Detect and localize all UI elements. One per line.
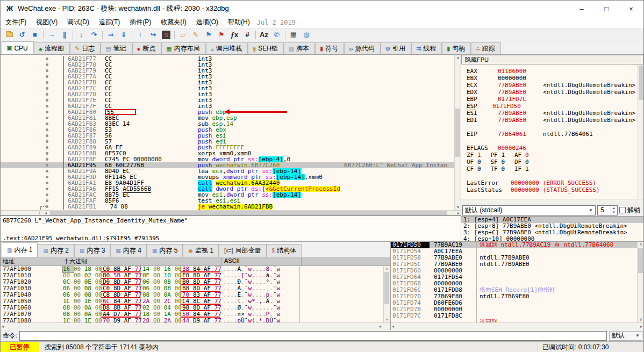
breakpoint-gutter[interactable] [1, 97, 64, 103]
tab-线程[interactable]: ⇉线程 [411, 42, 442, 54]
register-row[interactable]: OF 0SF 0DF 0 [467, 159, 643, 166]
scroll-left-icon[interactable]: ◂ [2, 324, 4, 329]
bookmark-icon[interactable]: ⚑ [215, 30, 228, 40]
dump-tab-监视 1[interactable]: ◉监视 1 [183, 244, 219, 257]
register-row[interactable]: LastStatus00000000 (STATUS_SUCCESS) [467, 186, 643, 193]
breakpoint-gutter[interactable] [1, 198, 64, 204]
disassembly-hscrollbar[interactable]: ↓ ◂ ▸ [1, 210, 461, 215]
stack-vscrollbar[interactable]: ∧ ∨ [637, 242, 643, 322]
breakpoint-dot-icon[interactable] [46, 123, 48, 125]
run-icon[interactable]: → [45, 30, 58, 40]
register-row[interactable] [467, 138, 643, 145]
breakpoint-dot-icon[interactable] [46, 111, 48, 113]
register-row[interactable]: EDI77B9ABE0<ntdll.DbgUiRemoteBreakin> [467, 117, 643, 124]
run-to-user-code-icon[interactable]: ↪ [147, 30, 160, 40]
pause-icon[interactable]: ∥ [58, 30, 71, 40]
tab-SEH链[interactable]: §SEH链 [248, 42, 284, 54]
tab-调用堆栈[interactable]: ≡调用堆栈 [206, 42, 248, 54]
menu-item[interactable]: 追踪(T) [94, 17, 125, 28]
register-row[interactable]: ESP0171FD50 [467, 103, 643, 110]
tab-引用[interactable]: ⊙引用 [381, 42, 411, 54]
breakpoint-dot-icon[interactable] [46, 182, 48, 184]
maximize-button[interactable]: □ [594, 1, 619, 17]
breakpoint-gutter[interactable] [1, 74, 64, 80]
breakpoint-dot-icon[interactable] [46, 75, 48, 78]
breakpoint-dot-icon[interactable] [46, 58, 48, 60]
unlock-checkbox[interactable] [619, 207, 626, 213]
menu-item[interactable]: 帮助(H) [223, 17, 255, 28]
breakpoint-gutter[interactable] [1, 162, 64, 168]
stack-row[interactable]: 0171FD640171FD54 [391, 274, 643, 281]
scroll-down-icon[interactable]: ▾ [384, 317, 390, 322]
call-arguments-view[interactable]: 1: [esp+4] A0C17EEA2: [esp+8] 77B9ABE0 <… [461, 216, 643, 241]
breakpoint-dot-icon[interactable] [46, 63, 48, 66]
breakpoint-gutter[interactable] [1, 145, 64, 150]
breakpoint-dot-icon[interactable] [46, 81, 48, 84]
scroll-down-icon[interactable]: ▾ [455, 205, 461, 210]
dump-rows-view[interactable]: 77AF100016 00 18 00C0 8B AF 7714 00 16 0… [1, 266, 390, 322]
menu-item[interactable]: 调试(D) [62, 17, 94, 28]
breakpoint-gutter[interactable] [1, 168, 64, 174]
patch-icon[interactable]: ▱ [176, 30, 189, 40]
stack-rows-view[interactable]: 0171FD5077B9AC19返回到 ntdll.77B9AC19 自 ntd… [391, 242, 643, 322]
command-mode-combo[interactable]: 默认 ▼ [609, 331, 642, 341]
hide-fpu-button[interactable]: 隐藏FPU [461, 55, 643, 64]
registers-view[interactable]: EAX01186000EBX00000000ECX77B9ABE0<ntdll.… [461, 64, 643, 199]
stack-row[interactable]: 0171FD7077B69F80ntdll.77B69F80 [391, 293, 643, 300]
dump-tab-内存 2[interactable]: ▥内存 2 [38, 244, 74, 257]
spinner-buttons[interactable]: ▲▼ [611, 206, 617, 214]
breakpoint-gutter[interactable] [1, 133, 64, 139]
dump-tab-内存 1[interactable]: ▥内存 1 [2, 242, 38, 257]
breakpoint-gutter[interactable] [1, 56, 64, 62]
breakpoint-gutter[interactable] [1, 103, 64, 109]
breakpoint-gutter[interactable] [1, 139, 64, 145]
breakpoint-gutter[interactable] [1, 109, 64, 115]
breakpoint-gutter[interactable] [1, 127, 64, 133]
breakpoint-gutter[interactable] [1, 192, 64, 198]
close-button[interactable]: × [619, 1, 643, 17]
breakpoint-dot-icon[interactable] [46, 99, 48, 102]
stack-row[interactable]: 0171FD7C0171FD8C [391, 313, 643, 319]
breakpoint-gutter[interactable] [1, 186, 64, 192]
breakpoint-dot-icon[interactable] [46, 158, 48, 161]
breakpoint-gutter[interactable] [1, 204, 64, 210]
menu-item[interactable]: 文件(F) [1, 17, 31, 28]
scylla-icon[interactable]: S [160, 30, 173, 40]
breakpoint-dot-icon[interactable] [46, 134, 48, 137]
tab-日志[interactable]: ✎日志 [70, 42, 101, 54]
scroll-right-icon[interactable]: ▸ [640, 324, 642, 329]
register-row[interactable]: EBX00000000 [467, 75, 643, 82]
phone-icon[interactable]: ✆ [270, 30, 283, 40]
menu-item[interactable]: 收藏夹(I) [156, 17, 191, 28]
breakpoint-gutter[interactable] [1, 115, 64, 121]
registers-vscrollbar[interactable] [638, 64, 643, 199]
breakpoint-dot-icon[interactable] [46, 93, 48, 96]
minimize-button[interactable]: – [569, 1, 594, 17]
label-icon[interactable]: ⚑ [202, 30, 215, 40]
register-row[interactable]: ECX77B9ABE0<ntdll.DbgUiRemoteBreakin> [467, 82, 643, 89]
dump-hscrollbar[interactable]: ◂ ▸ [1, 322, 390, 330]
strings-icon[interactable]: Aᴢ [257, 30, 270, 40]
register-row[interactable] [467, 124, 643, 131]
tab-符号[interactable]: ▮符号 [315, 42, 344, 54]
register-row[interactable] [467, 193, 643, 199]
run-to-selection-icon[interactable]: ⇒ [104, 30, 117, 40]
dump-tab-内存 4[interactable]: ▥内存 4 [110, 244, 146, 257]
stack-hscrollbar[interactable]: ◂ ▸ [391, 322, 643, 330]
dump-tab-局部变量[interactable]: [x=]局部变量 [219, 244, 266, 257]
tab-流程图[interactable]: ♣流程图 [34, 42, 70, 54]
scroll-down-icon[interactable]: ∨ [638, 317, 643, 322]
register-row[interactable]: EAX01186000 [467, 68, 643, 75]
breakpoint-dot-icon[interactable] [46, 69, 48, 72]
breakpoint-dot-icon[interactable] [46, 117, 48, 119]
register-row[interactable]: ESI77B9ABE0<ntdll.DbgUiRemoteBreakin> [467, 110, 643, 117]
breakpoint-dot-icon[interactable] [46, 105, 48, 107]
disassembly-view[interactable]: 6AD21F77CCint36AD21F78CCint36AD21F79CCin… [1, 55, 461, 210]
tab-脚本[interactable]: ▥脚本 [284, 42, 315, 54]
breakpoint-dot-icon[interactable] [46, 152, 48, 155]
breakpoint-dot-icon[interactable] [46, 170, 48, 173]
stack-row[interactable]: 0171FD54A0C17EEA [391, 248, 643, 255]
function-icon[interactable]: ƒx [228, 30, 241, 40]
breakpoint-gutter[interactable] [1, 121, 64, 127]
breakpoint-gutter[interactable] [1, 85, 64, 91]
